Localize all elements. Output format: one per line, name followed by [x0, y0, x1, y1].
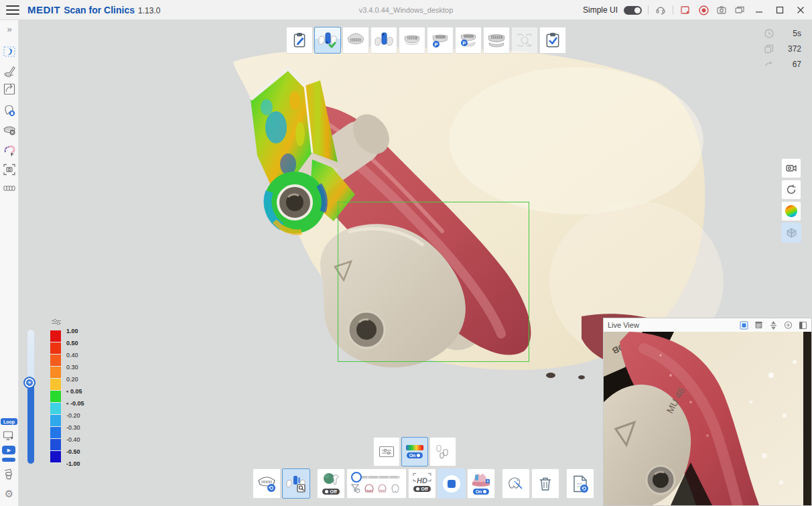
video-tutorial-icon[interactable]: ▶ [2, 446, 15, 454]
legend-settings-icon[interactable] [51, 318, 62, 326]
reset-view-icon[interactable] [781, 180, 801, 200]
live-view-feed: NOB MU 46 [604, 332, 811, 505]
legend-color-bar: 1.00 0.50 0.40 0.30 0.20 ◄0.05 ◄-0.05 -0… [50, 330, 61, 463]
simple-ui-label: Simple UI [583, 5, 618, 15]
redo-count-icon [764, 59, 774, 70]
volume-pill[interactable] [2, 458, 15, 462]
product-name: Scan for Clinics [64, 5, 135, 15]
hd-mode-button[interactable]: HD Off [408, 468, 436, 499]
legend-value: -0.20 [65, 412, 96, 419]
monitor-guide-icon[interactable] [1, 428, 17, 444]
expand-chevron-icon[interactable]: » [7, 24, 11, 34]
trim-selection-icon[interactable] [1, 44, 17, 60]
legend-cell [50, 451, 61, 463]
stage-scanbody-2[interactable] [370, 27, 397, 54]
single-view-cube-icon[interactable] [781, 223, 801, 243]
support-headset-icon[interactable] [655, 4, 667, 16]
screenshot-camera-icon[interactable] [716, 4, 728, 16]
undo-curve-icon[interactable] [1, 81, 17, 97]
record-dot-icon[interactable] [697, 4, 709, 16]
legend-value: -1.00 [65, 460, 96, 467]
colormap-toggle-button[interactable]: On [401, 437, 428, 466]
maximize-icon[interactable] [772, 3, 787, 17]
lasso-select-icon[interactable] [1, 143, 17, 159]
app-version: 1.13.0 [138, 6, 160, 15]
side-panel-icon[interactable] [799, 321, 807, 330]
secondary-toolbar: On [373, 437, 456, 466]
legend-cell [50, 379, 61, 391]
stage-form-information[interactable] [286, 27, 313, 54]
panel-layers-icon[interactable] [754, 321, 763, 330]
app-logo: MEDIT Scan for Clinics 1.13.0 [27, 4, 160, 15]
legend-value: -0.50 [65, 448, 96, 455]
menu-icon[interactable] [6, 5, 19, 15]
display-options-button[interactable] [373, 437, 400, 466]
legend-value: 0.20 [65, 376, 96, 383]
scan-time-value: 5s [784, 29, 801, 38]
titlebar: MEDIT Scan for Clinics 1.13.0 v3.4.0.44_… [0, 0, 812, 20]
stat-aligned-count: 67 [764, 59, 801, 70]
divider [673, 5, 673, 15]
colormap-toggle-label: On [409, 453, 416, 458]
legend-cell [50, 367, 61, 379]
loop-badge[interactable]: Loop [1, 418, 17, 425]
capture-region-icon[interactable] [1, 162, 17, 178]
legend-cell [50, 415, 61, 427]
delete-denture-icon[interactable] [1, 121, 17, 137]
legend-cell [50, 330, 61, 342]
legend-value: ◄0.05 [65, 388, 96, 395]
rescan-arch-button[interactable] [253, 468, 281, 499]
pre-op-badge-letter: P [434, 42, 437, 48]
screen-record-icon[interactable] [679, 4, 691, 16]
opacity-slider-handle[interactable]: ✳ [23, 377, 36, 389]
texture-mode-button[interactable]: Off [317, 468, 345, 499]
pre-op-badge-letter: P [462, 40, 466, 46]
stage-toolbar: P P [286, 27, 566, 54]
quality-indicator-icon[interactable] [740, 321, 748, 330]
scan-toolbar: Off HD Off On [253, 468, 594, 499]
new-scan-data-button[interactable] [566, 468, 594, 499]
dental-chair-icon[interactable] [1, 466, 17, 482]
frames-icon [764, 44, 774, 54]
stage-full-arch[interactable] [483, 27, 510, 54]
texture-toggle-label: Off [330, 489, 336, 494]
stage-complete-confirm[interactable] [539, 27, 566, 54]
legend-cell [50, 355, 61, 367]
window-layout-icon[interactable] [734, 4, 746, 16]
scan-depth-check-button[interactable] [282, 468, 310, 499]
soft-tissue-filter-button[interactable]: On [467, 468, 495, 499]
stage-pre-op-1[interactable]: P [427, 27, 454, 54]
minimize-icon[interactable] [752, 3, 766, 17]
legend-value: 0.30 [65, 364, 96, 371]
session-stats: 5s 372 67 [764, 28, 801, 70]
simple-ui-toggle[interactable] [624, 6, 642, 15]
scan-stop-button[interactable] [437, 468, 466, 499]
settings-gear-icon[interactable]: ⚙ [1, 486, 17, 502]
left-sidebar: » Loop ▶ ⚙ [0, 20, 19, 506]
live-view-header[interactable]: Live View [604, 318, 811, 332]
play-glyph: ▶ [7, 448, 11, 453]
stage-mandible[interactable] [399, 27, 425, 54]
stage-scanbody-1[interactable] [314, 27, 341, 54]
model-opacity-slider[interactable]: ✳ [27, 330, 34, 464]
collapse-vertical-icon[interactable] [769, 321, 778, 330]
zoom-level-icon[interactable] [784, 321, 793, 330]
smart-cleanup-button[interactable] [502, 468, 530, 499]
stat-frame-count: 372 [764, 44, 801, 54]
video-capture-icon[interactable] [781, 158, 801, 178]
stage-pre-op-2[interactable]: P [455, 27, 482, 54]
live-view-title: Live View [608, 321, 639, 329]
colormap-sphere-icon[interactable] [781, 201, 801, 221]
delete-data-button[interactable] [531, 468, 559, 499]
teeth-row-icon[interactable] [1, 180, 17, 196]
reliability-filter-slider[interactable] [346, 468, 407, 499]
stage-maxilla[interactable] [342, 27, 369, 54]
compare-data-button[interactable] [429, 437, 456, 466]
smooth-brush-icon[interactable] [1, 62, 17, 78]
brand-name: MEDIT [27, 4, 60, 15]
aligned-count-value: 67 [784, 60, 801, 69]
close-icon[interactable] [793, 3, 808, 17]
legend-value: 0.50 [65, 340, 96, 346]
lock-data-icon[interactable] [1, 103, 17, 119]
live-view-panel: Live View [603, 318, 812, 506]
